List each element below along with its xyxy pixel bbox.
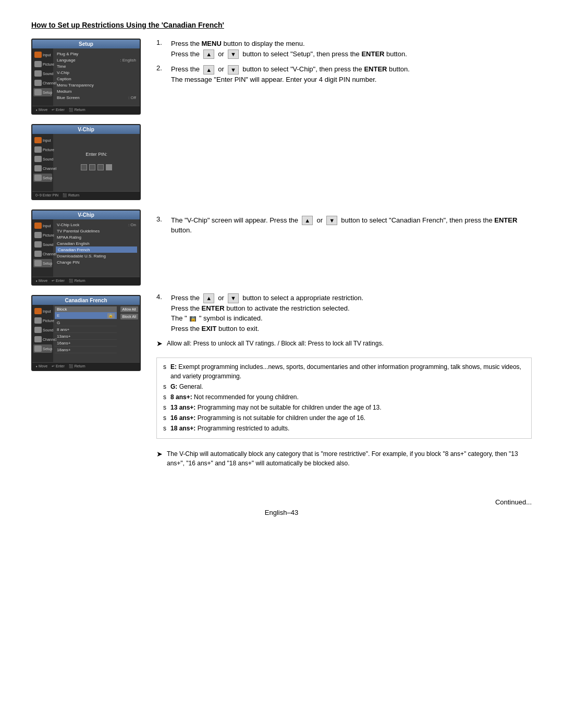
info-8: s 8 ans+: Not recommended for young chil… [163,392,525,402]
sidebar-input: Input [33,51,52,59]
s2-picture: Picture [33,145,52,154]
screen4-footer: ⬧ Move ↵ Enter ⬛ Return [32,362,140,370]
s4-input: Input [33,307,52,315]
pin-dot-4 [106,164,112,170]
menu-time: Time [56,63,137,69]
step3-block: 3. The "V-Chip" screen will appear. Pres… [156,215,532,236]
s4-picture: Picture [33,316,52,325]
sidebar-setup: Setup [33,88,52,96]
block-all-button[interactable]: Block All [120,314,138,319]
s2-sound: Sound [33,155,52,163]
s2-setup: Setup [33,174,52,182]
step1-block: 1. Press the MENU button to display the … [156,39,532,59]
screen2: V-Chip Input Picture Sound [31,124,141,200]
s3-setup-icon [34,260,42,266]
info-box: s E: Exempt programming includes...news,… [156,357,532,439]
step2-block: 2. Press the ▲ or ▼ button to select "V-… [156,64,532,84]
screen4-sidebar: Input Picture Sound Channel [32,305,53,362]
step3-line1: The "V-Chip" screen will appear. Press t… [171,215,532,236]
screen2-content: Enter PIN: [53,134,140,191]
step4-number: 4. [156,293,167,301]
step1-number: 1. [156,39,167,46]
info-16: s 16 ans+: Programming is not suitable f… [163,413,525,423]
cf-row-16: 16ans+ [55,340,117,347]
s2-picture-icon [34,146,42,153]
note1-text: Allow all: Press to unlock all TV rating… [167,339,384,348]
continued-text: Continued... [495,498,532,506]
screen2-sidebar: Input Picture Sound Channel [32,134,53,191]
setup-icon [34,89,42,95]
allow-all-button[interactable]: Allow All [120,306,138,312]
s3-sound: Sound [33,240,52,249]
screen4-title: Canadian French [32,296,140,305]
s3-input: Input [33,221,52,230]
screen3-sidebar: Input Picture Sound Channel [32,219,53,277]
spacer-screen3 [156,90,532,215]
s2-down-btn: ▼ [228,65,239,75]
screen2-title: V-Chip [32,125,140,134]
s4-down-btn: ▼ [228,293,239,303]
instructions-column: 1. Press the MENU button to display the … [156,39,532,472]
m3-change-pin: Change PIN [56,259,137,265]
cf-row-18: 18ans+ [55,347,117,353]
s2-channel: Channel [33,164,52,172]
screen2-footer: 0~9 Enter PIN ⬛ Return [32,191,140,199]
menu-bluescreen: Blue Screen : Off [56,94,137,101]
note2-arrow: ➤ [156,450,163,458]
screen4-content: Block E 🔒 G 8 ans+ [53,305,140,362]
screen3: V-Chip Input Picture Sound [31,209,141,286]
menu-medium: Medium [56,88,137,94]
cf-row-8: 8 ans+ [55,326,117,333]
pin-dot-1 [81,164,87,170]
s3-channel: Channel [33,250,52,258]
s3-sound-icon [34,241,42,248]
info-e: s E: Exempt programming includes...news,… [163,362,525,381]
note1-arrow: ➤ [156,339,163,348]
note1-block: ➤ Allow all: Press to unlock all TV rati… [156,339,532,348]
sidebar-channel: Channel [33,79,52,87]
step4-line3: The " 🔒 " symbol is indicated. [171,313,363,324]
s4-channel: Channel [33,335,52,343]
m3-tv-parental: TV Parental Guidelines [56,228,137,234]
step1-text: Press the MENU button to display the men… [171,39,407,59]
spacer-screen4 [156,241,532,293]
pin-dot-3 [97,164,104,170]
pin-dot-2 [89,164,95,170]
input-icon [34,52,42,58]
s4-up-btn: ▲ [203,293,214,303]
m3-downloadable: Downloadable U.S. Rating [56,253,137,259]
s4-setup: Setup [33,344,52,353]
screen1-footer: ⬧ Move ↵ Enter ⬛ Return [32,106,140,114]
m3-mpaa: MPAA Rating [56,234,137,240]
s2-channel-icon [34,165,42,171]
step4-line1: Press the ▲ or ▼ button to select a appr… [171,293,363,303]
step2-number: 2. [156,64,167,72]
step2-text: Press the ▲ or ▼ button to select "V-Chi… [171,64,410,84]
down-arrow-btn: ▼ [228,50,239,59]
s4-sound-icon [34,327,42,333]
sidebar-picture: Picture [33,60,52,68]
info-13: s 13 ans+: Programming may not be suitab… [163,403,525,412]
s3-up-btn: ▲ [302,216,313,226]
up-arrow-btn: ▲ [203,50,214,59]
note2-text: The V-Chip will automatically block any … [167,449,532,468]
s3-setup: Setup [33,259,52,267]
pin-label: Enter PIN: [85,152,107,157]
page-title: How to Set up Restrictions Using the 'Ca… [31,21,532,29]
step3-number: 3. [156,215,167,223]
sidebar-sound: Sound [33,69,52,78]
step4-text: Press the ▲ or ▼ button to select a appr… [171,293,363,334]
step2-line2: The message "Enter PIN" will appear. Ent… [171,75,410,85]
screen3-title: V-Chip [32,211,140,219]
page-number-area: English–43 [31,508,532,516]
pin-dots [81,164,112,170]
lock-symbol: 🔒 [190,316,196,322]
step4-line2: Press the ENTER button to activate the r… [171,303,363,314]
menu-caption: Caption [56,76,137,82]
channel-icon [34,80,42,86]
m3-can-english: Canadian English [56,240,137,246]
s4-input-icon [34,308,42,314]
screen3-content: V-Chip Lock : On TV Parental Guidelines … [53,219,140,277]
s3-picture: Picture [33,231,52,239]
note2-block: ➤ The V-Chip will automatically block an… [156,449,532,468]
